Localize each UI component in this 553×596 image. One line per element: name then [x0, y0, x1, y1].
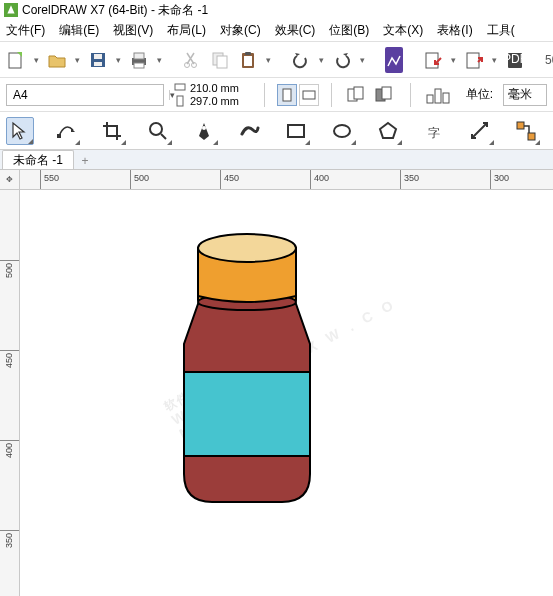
svg-rect-25	[382, 87, 391, 99]
title-bar: CorelDRAW X7 (64-Bit) - 未命名 -1	[0, 0, 553, 20]
menu-file[interactable]: 文件(F)	[6, 22, 45, 39]
svg-rect-32	[288, 125, 304, 137]
landscape-button[interactable]	[299, 84, 319, 106]
rectangle-tool[interactable]	[282, 117, 310, 145]
menu-bitmap[interactable]: 位图(B)	[329, 22, 369, 39]
all-pages-button[interactable]	[344, 82, 370, 108]
svg-point-30	[150, 123, 162, 135]
canvas-area[interactable]: 软件自学网 W W W . R J Z X W . C O M	[20, 190, 553, 596]
undo-button[interactable]	[291, 47, 311, 73]
save-dropdown[interactable]: ▾	[116, 55, 121, 65]
page-layout-buttons	[344, 82, 398, 108]
svg-rect-5	[134, 53, 144, 59]
print-button[interactable]	[129, 47, 149, 73]
cut-button[interactable]	[182, 47, 202, 73]
page-height-input[interactable]	[190, 95, 252, 107]
paste-dropdown[interactable]: ▾	[266, 55, 271, 65]
open-dropdown[interactable]: ▾	[75, 55, 80, 65]
separator	[264, 83, 265, 107]
workspace: ✥ 550 500 450 400 350 300 500 450 400 35…	[0, 170, 553, 596]
export-button[interactable]	[464, 47, 484, 73]
save-button[interactable]	[88, 47, 108, 73]
bottle-drawing[interactable]	[168, 214, 326, 514]
standard-toolbar: ▾ ▾ ▾ ▾ ▾ ▾ ▾ ▾ ▾ PDF 50	[0, 42, 553, 78]
height-icon	[174, 95, 186, 107]
width-icon	[174, 82, 186, 94]
svg-rect-37	[184, 372, 310, 456]
orientation-group	[277, 84, 319, 106]
new-dropdown[interactable]: ▾	[34, 55, 39, 65]
svg-text:PDF: PDF	[505, 52, 525, 66]
page-width-input[interactable]	[190, 82, 252, 94]
search-content-button[interactable]	[385, 47, 403, 73]
separator	[410, 83, 411, 107]
svg-rect-20	[283, 89, 291, 101]
add-document-tab[interactable]: +	[76, 152, 94, 169]
svg-rect-23	[354, 87, 363, 99]
svg-rect-29	[57, 134, 61, 138]
export-dropdown[interactable]: ▾	[492, 55, 497, 65]
publish-pdf-button[interactable]: PDF	[505, 47, 525, 73]
menu-effects[interactable]: 效果(C)	[275, 22, 316, 39]
current-page-button[interactable]	[372, 82, 398, 108]
text-tool[interactable]: 字	[420, 117, 448, 145]
menu-layout[interactable]: 布局(L)	[167, 22, 206, 39]
document-tab-strip: 未命名 -1 +	[0, 150, 553, 170]
paste-button[interactable]	[238, 47, 258, 73]
polygon-tool[interactable]	[374, 117, 402, 145]
pick-tool[interactable]	[6, 117, 34, 145]
shape-tool[interactable]	[52, 117, 80, 145]
menu-view[interactable]: 视图(V)	[113, 22, 153, 39]
app-icon	[4, 3, 18, 17]
svg-rect-15	[467, 53, 479, 68]
zoom-field[interactable]: 50	[545, 47, 553, 73]
page-size-combo[interactable]: ▾	[6, 84, 164, 106]
dimension-tool[interactable]	[466, 117, 494, 145]
import-button[interactable]	[423, 47, 443, 73]
redo-button[interactable]	[332, 47, 352, 73]
unit-combo[interactable]: 毫米	[503, 84, 547, 106]
svg-point-39	[198, 234, 296, 262]
document-tab[interactable]: 未命名 -1	[2, 150, 74, 169]
ruler-origin[interactable]: ✥	[0, 170, 20, 190]
window-title: CorelDRAW X7 (64-Bit) - 未命名 -1	[22, 2, 208, 19]
svg-rect-3	[94, 62, 102, 66]
svg-rect-28	[443, 93, 449, 103]
artistic-media-tool[interactable]	[236, 117, 264, 145]
svg-rect-6	[134, 63, 144, 68]
svg-rect-0	[9, 53, 21, 68]
connector-tool[interactable]	[512, 117, 540, 145]
page-size-input[interactable]	[7, 88, 169, 102]
menu-bar: 文件(F) 编辑(E) 视图(V) 布局(L) 对象(C) 效果(C) 位图(B…	[0, 20, 553, 42]
svg-rect-12	[244, 56, 252, 66]
svg-rect-26	[427, 95, 433, 103]
new-button[interactable]	[6, 47, 26, 73]
menu-table[interactable]: 表格(I)	[437, 22, 472, 39]
vertical-ruler[interactable]: 500 450 400 350	[0, 190, 20, 596]
menu-object[interactable]: 对象(C)	[220, 22, 261, 39]
copy-button[interactable]	[210, 47, 230, 73]
unit-label: 单位:	[466, 86, 493, 103]
ellipse-tool[interactable]	[328, 117, 356, 145]
menu-text[interactable]: 文本(X)	[383, 22, 423, 39]
portrait-button[interactable]	[277, 84, 297, 106]
print-dropdown[interactable]: ▾	[157, 55, 162, 65]
svg-point-31	[202, 126, 206, 130]
redo-dropdown[interactable]: ▾	[360, 55, 365, 65]
horizontal-ruler[interactable]: 550 500 450 400 350 300	[20, 170, 553, 190]
open-button[interactable]	[47, 47, 67, 73]
undo-dropdown[interactable]: ▾	[319, 55, 324, 65]
crop-tool[interactable]	[98, 117, 126, 145]
svg-rect-14	[426, 53, 438, 68]
align-group-button[interactable]	[423, 82, 455, 108]
import-dropdown[interactable]: ▾	[451, 55, 456, 65]
menu-tools[interactable]: 工具(	[487, 22, 515, 39]
toolbox: 字	[0, 112, 553, 150]
svg-rect-2	[94, 54, 102, 59]
svg-text:字: 字	[428, 126, 440, 140]
freehand-tool[interactable]	[190, 117, 218, 145]
zoom-tool[interactable]	[144, 117, 172, 145]
svg-rect-13	[245, 52, 251, 55]
svg-rect-36	[528, 133, 535, 140]
menu-edit[interactable]: 编辑(E)	[59, 22, 99, 39]
